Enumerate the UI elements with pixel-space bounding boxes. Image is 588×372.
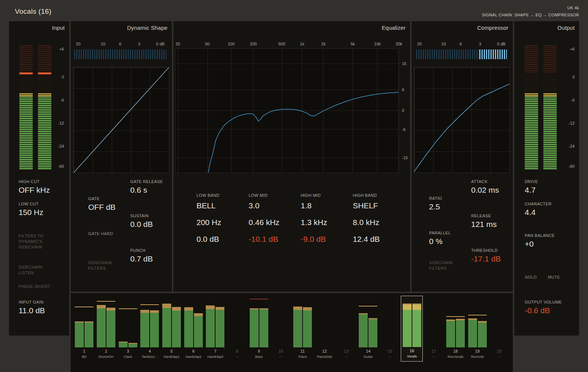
channel-name: — — [226, 355, 248, 359]
sidechain-listen-toggle[interactable]: SIDECHAIN LISTEN — [19, 264, 42, 276]
ratio-control[interactable]: RATIO 2.5 — [429, 196, 442, 211]
band-gain: -10.1 dB — [249, 235, 298, 244]
channel-name: — — [488, 355, 510, 359]
band-type: 3.0 — [249, 201, 298, 210]
release-label: RELEASE — [471, 214, 497, 219]
input-panel-title: Input — [52, 25, 65, 31]
channel-17[interactable]: 17— — [423, 296, 445, 362]
channel-7[interactable]: 7Handclap3 — [204, 296, 226, 362]
comp-sidechain-filters-toggle[interactable]: SIDECHAIN FILTERS — [429, 260, 453, 271]
gate-hard-toggle[interactable]: GATE HARD — [88, 231, 113, 237]
channel-name: Tambour… — [139, 355, 161, 359]
high-cut-value: OFF kHz — [19, 186, 50, 195]
channel-20[interactable]: 20— — [488, 296, 510, 362]
channel-15[interactable]: 15— — [379, 296, 401, 362]
channel-name: RevAmb — [466, 355, 488, 359]
eq-band-3[interactable]: HIGH MID1.81.3 kHz-9.0 dB — [301, 193, 350, 251]
parallel-label: PARALLEL — [429, 231, 451, 236]
channel-4[interactable]: 4Tambour… — [139, 296, 161, 362]
input-gain-control[interactable]: INPUT GAIN 11.0 dB — [19, 300, 45, 315]
threshold-control[interactable]: THRESHOLD -17.1 dB — [471, 248, 501, 263]
channel-16-selected[interactable]: 16Vocals — [401, 296, 423, 362]
channel-6[interactable]: 6Handclap2 — [182, 296, 204, 362]
channel-12[interactable]: 12PianoSolo — [314, 296, 336, 362]
punch-control[interactable]: PUNCH 0.7 dB — [130, 248, 153, 263]
eq-curve-plot[interactable] — [175, 48, 399, 173]
channel-1[interactable]: 1BD — [73, 296, 95, 362]
channel-meter — [445, 299, 467, 347]
band-gain: -9.0 dB — [301, 235, 350, 244]
channel-meter-bridge: 1BD2DrumsOH3Clave4Tambour…5Handclap16Han… — [71, 293, 513, 372]
solo-button[interactable]: SOLO — [525, 275, 537, 280]
drive-control[interactable]: DRIVE 4.7 — [525, 179, 538, 195]
peak-hold-line — [359, 306, 377, 307]
filters-to-sidechain-toggle[interactable]: FILTERS TO DYNAMIC'S SIDECHAIN — [19, 233, 43, 250]
compressor-panel: Compressor 2010630 dB RATIO 2.5 ATTACK 0… — [412, 21, 513, 292]
parallel-control[interactable]: PARALLEL 0 % — [429, 231, 451, 246]
channel-meter — [139, 299, 161, 347]
channel-number: 4 — [139, 349, 161, 353]
eq-band-1[interactable]: LOW BANDBELL200 Hz0.0 dB — [196, 193, 246, 251]
band-gain: 0.0 dB — [196, 235, 246, 244]
ratio-value: 2.5 — [429, 202, 442, 211]
channel-name: — — [379, 355, 401, 359]
channel-11[interactable]: 11Piano — [292, 296, 314, 362]
pan-balance-value: +0 — [525, 240, 555, 248]
comp-panel-title: Compressor — [477, 25, 508, 31]
eq-db-scale: 1560-6-15 — [399, 48, 410, 173]
channel-number: 16 — [401, 349, 422, 353]
sustain-label: SUSTAIN — [130, 214, 153, 219]
channel-name: Bass — [248, 355, 270, 359]
low-cut-control[interactable]: LOW CUT 150 Hz — [19, 202, 44, 217]
channel-name: PianoSolo — [314, 355, 336, 359]
channel-3[interactable]: 3Clave — [117, 296, 139, 362]
channel-meter — [95, 299, 117, 347]
channel-number: 13 — [335, 349, 357, 353]
ratio-label: RATIO — [429, 196, 442, 201]
channel-name: Handclap2 — [182, 355, 204, 359]
high-cut-control[interactable]: HIGH CUT OFF kHz — [19, 179, 50, 195]
mute-button[interactable]: MUTE — [548, 275, 560, 280]
channel-2[interactable]: 2DrumsOH — [95, 296, 117, 362]
channel-name: Piano — [292, 355, 314, 359]
attack-control[interactable]: ATTACK 0.02 ms — [471, 179, 499, 195]
band-frequency: 1.3 kHz — [301, 218, 350, 227]
pan-balance-control[interactable]: PAN BALANCE +0 — [525, 233, 555, 248]
channel-18[interactable]: 18RevVocals — [445, 296, 467, 362]
output-volume-control[interactable]: OUTPUT VOLUME -0.6 dB — [525, 300, 562, 315]
channel-meter — [248, 299, 270, 347]
channel-19[interactable]: 19RevAmb — [466, 296, 488, 362]
channel-meter — [226, 299, 248, 347]
channel-number: 12 — [314, 349, 336, 353]
gate-release-control[interactable]: GATE RELEASE 0.6 s — [130, 179, 163, 195]
gate-control[interactable]: GATE OFF dB — [88, 196, 116, 212]
channel-meter — [182, 299, 204, 347]
sustain-control[interactable]: SUSTAIN 0.0 dB — [130, 214, 153, 229]
eq-band-4[interactable]: HIGH BANDSHELF8.0 kHz12.4 dB — [353, 193, 402, 251]
shape-transfer-plot[interactable] — [73, 67, 169, 173]
eq-band-2[interactable]: LOW MID3.00.46 kHz-10.1 dB — [249, 193, 298, 251]
channel-meter — [335, 299, 357, 347]
channel-5[interactable]: 5Handclap1 — [161, 296, 183, 362]
dynamic-shape-panel: Dynamic Shape 2010630 dB GATE OFF dB GAT… — [71, 21, 172, 292]
channel-13[interactable]: 13— — [335, 296, 357, 362]
channel-10[interactable]: 10— — [270, 296, 292, 362]
release-control[interactable]: RELEASE 121 ms — [471, 214, 497, 229]
channel-meter — [161, 299, 183, 347]
channel-8[interactable]: 8— — [226, 296, 248, 362]
channel-number: 9 — [248, 349, 270, 353]
peak-hold-line — [140, 304, 159, 305]
drive-value: 4.7 — [525, 186, 538, 195]
eq-panel-title: Equalizer — [382, 25, 406, 31]
phase-invert-toggle[interactable]: PHASE INVERT — [19, 284, 50, 289]
channel-name: RevVocals — [445, 355, 467, 359]
peak-hold-line — [446, 316, 465, 317]
channel-9[interactable]: 9Bass — [248, 296, 270, 362]
band-type: 1.8 — [301, 201, 350, 210]
low-cut-label: LOW CUT — [19, 202, 44, 207]
channel-14[interactable]: 14Guitar — [357, 296, 379, 362]
comp-transfer-plot[interactable] — [414, 67, 510, 173]
shape-sidechain-filters-toggle[interactable]: SIDECHAIN FILTERS — [88, 260, 112, 271]
channel-number: 17 — [423, 349, 445, 353]
character-control[interactable]: CHARACTER 4.4 — [525, 202, 552, 217]
